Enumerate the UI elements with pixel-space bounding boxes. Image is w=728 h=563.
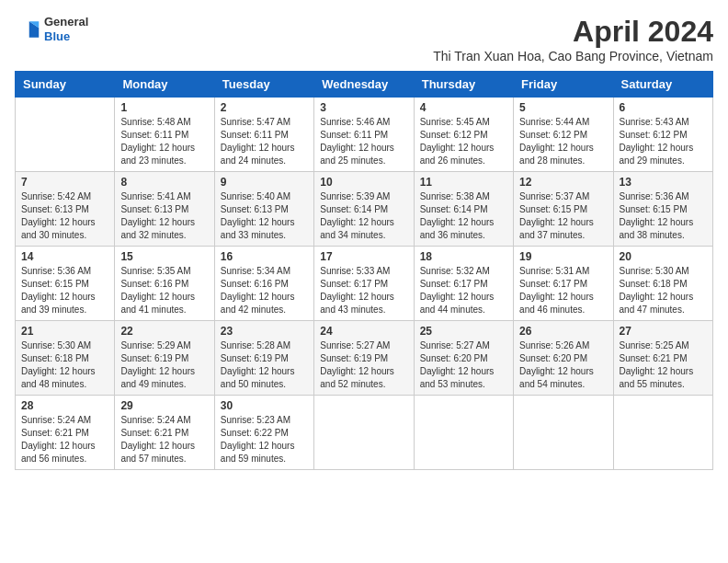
day-info: Sunrise: 5:48 AMSunset: 6:11 PMDaylight:…: [120, 116, 208, 167]
day-number: 6: [620, 101, 707, 114]
calendar-cell: 5Sunrise: 5:44 AMSunset: 6:12 PMDaylight…: [514, 98, 613, 172]
week-row-5: 28Sunrise: 5:24 AMSunset: 6:21 PMDayligh…: [16, 396, 713, 470]
day-info: Sunrise: 5:31 AMSunset: 6:17 PMDaylight:…: [519, 265, 607, 316]
calendar-cell: 16Sunrise: 5:34 AMSunset: 6:16 PMDayligh…: [214, 247, 313, 321]
calendar-title: April 2024: [433, 15, 713, 49]
calendar-cell: 3Sunrise: 5:46 AMSunset: 6:11 PMDaylight…: [314, 98, 414, 172]
day-number: 10: [320, 176, 407, 189]
title-section: April 2024 Thi Tran Xuan Hoa, Cao Bang P…: [433, 15, 713, 63]
calendar-cell: 14Sunrise: 5:36 AMSunset: 6:15 PMDayligh…: [16, 247, 115, 321]
calendar-cell: [514, 396, 613, 470]
day-info: Sunrise: 5:35 AMSunset: 6:16 PMDaylight:…: [120, 265, 208, 316]
calendar-cell: 2Sunrise: 5:47 AMSunset: 6:11 PMDaylight…: [214, 98, 313, 172]
day-info: Sunrise: 5:32 AMSunset: 6:17 PMDaylight:…: [420, 265, 507, 316]
day-info: Sunrise: 5:33 AMSunset: 6:17 PMDaylight:…: [320, 265, 407, 316]
calendar-body: 1Sunrise: 5:48 AMSunset: 6:11 PMDaylight…: [16, 98, 713, 470]
week-row-3: 14Sunrise: 5:36 AMSunset: 6:15 PMDayligh…: [16, 247, 713, 321]
calendar-cell: 9Sunrise: 5:40 AMSunset: 6:13 PMDaylight…: [214, 172, 313, 247]
day-info: Sunrise: 5:34 AMSunset: 6:16 PMDaylight:…: [221, 265, 308, 316]
weekday-header-sunday: Sunday: [16, 72, 115, 98]
day-number: 8: [120, 176, 208, 189]
day-number: 21: [21, 325, 108, 338]
calendar-cell: 22Sunrise: 5:29 AMSunset: 6:19 PMDayligh…: [115, 321, 214, 396]
day-number: 30: [221, 399, 308, 412]
day-number: 25: [420, 325, 507, 338]
day-info: Sunrise: 5:29 AMSunset: 6:19 PMDaylight:…: [120, 339, 208, 391]
weekday-header-thursday: Thursday: [414, 72, 513, 98]
day-info: Sunrise: 5:45 AMSunset: 6:12 PMDaylight:…: [420, 116, 507, 167]
calendar-cell: 23Sunrise: 5:28 AMSunset: 6:19 PMDayligh…: [214, 321, 313, 396]
calendar-cell: 28Sunrise: 5:24 AMSunset: 6:21 PMDayligh…: [16, 396, 115, 470]
day-number: 14: [21, 250, 108, 263]
calendar-cell: 18Sunrise: 5:32 AMSunset: 6:17 PMDayligh…: [414, 247, 513, 321]
weekday-header-tuesday: Tuesday: [214, 72, 313, 98]
day-info: Sunrise: 5:42 AMSunset: 6:13 PMDaylight:…: [21, 190, 108, 242]
calendar-cell: 19Sunrise: 5:31 AMSunset: 6:17 PMDayligh…: [514, 247, 613, 321]
day-number: 22: [120, 325, 208, 338]
day-info: Sunrise: 5:47 AMSunset: 6:11 PMDaylight:…: [221, 116, 308, 167]
calendar-cell: 30Sunrise: 5:23 AMSunset: 6:22 PMDayligh…: [214, 396, 313, 470]
day-info: Sunrise: 5:27 AMSunset: 6:20 PMDaylight:…: [420, 339, 507, 391]
calendar-cell: 10Sunrise: 5:39 AMSunset: 6:14 PMDayligh…: [314, 172, 414, 247]
weekday-header-saturday: Saturday: [613, 72, 712, 98]
day-number: 5: [519, 101, 607, 114]
day-number: 11: [420, 176, 507, 189]
calendar-cell: 26Sunrise: 5:26 AMSunset: 6:20 PMDayligh…: [514, 321, 613, 396]
day-info: Sunrise: 5:40 AMSunset: 6:13 PMDaylight:…: [221, 190, 308, 242]
day-info: Sunrise: 5:24 AMSunset: 6:21 PMDaylight:…: [21, 414, 108, 465]
day-info: Sunrise: 5:27 AMSunset: 6:19 PMDaylight:…: [320, 339, 407, 391]
calendar-cell: 11Sunrise: 5:38 AMSunset: 6:14 PMDayligh…: [414, 172, 513, 247]
calendar-cell: 29Sunrise: 5:24 AMSunset: 6:21 PMDayligh…: [115, 396, 214, 470]
weekday-row: SundayMondayTuesdayWednesdayThursdayFrid…: [16, 72, 713, 98]
day-number: 26: [519, 325, 607, 338]
weekday-header-friday: Friday: [514, 72, 613, 98]
day-info: Sunrise: 5:38 AMSunset: 6:14 PMDaylight:…: [420, 190, 507, 242]
day-info: Sunrise: 5:44 AMSunset: 6:12 PMDaylight:…: [519, 116, 607, 167]
logo-icon: [15, 17, 40, 42]
logo-blue: Blue: [44, 29, 88, 44]
calendar-cell: 12Sunrise: 5:37 AMSunset: 6:15 PMDayligh…: [514, 172, 613, 247]
day-number: 4: [420, 101, 507, 114]
day-number: 12: [519, 176, 607, 189]
day-info: Sunrise: 5:36 AMSunset: 6:15 PMDaylight:…: [21, 265, 108, 316]
weekday-header-monday: Monday: [115, 72, 214, 98]
calendar-cell: 4Sunrise: 5:45 AMSunset: 6:12 PMDaylight…: [414, 98, 513, 172]
calendar-cell: 7Sunrise: 5:42 AMSunset: 6:13 PMDaylight…: [16, 172, 115, 247]
day-number: 20: [620, 250, 707, 263]
calendar-cell: [16, 98, 115, 172]
calendar-cell: 25Sunrise: 5:27 AMSunset: 6:20 PMDayligh…: [414, 321, 513, 396]
calendar-cell: [613, 396, 712, 470]
day-number: 17: [320, 250, 407, 263]
day-number: 28: [21, 399, 108, 412]
day-number: 1: [120, 101, 208, 114]
day-info: Sunrise: 5:39 AMSunset: 6:14 PMDaylight:…: [320, 190, 407, 242]
calendar-header: SundayMondayTuesdayWednesdayThursdayFrid…: [16, 72, 713, 98]
calendar-cell: 1Sunrise: 5:48 AMSunset: 6:11 PMDaylight…: [115, 98, 214, 172]
day-number: 3: [320, 101, 407, 114]
weekday-header-wednesday: Wednesday: [314, 72, 414, 98]
day-info: Sunrise: 5:46 AMSunset: 6:11 PMDaylight:…: [320, 116, 407, 167]
day-number: 2: [221, 101, 308, 114]
calendar-cell: 13Sunrise: 5:36 AMSunset: 6:15 PMDayligh…: [613, 172, 712, 247]
calendar-cell: 20Sunrise: 5:30 AMSunset: 6:18 PMDayligh…: [613, 247, 712, 321]
calendar-table: SundayMondayTuesdayWednesdayThursdayFrid…: [15, 71, 713, 470]
day-number: 15: [120, 250, 208, 263]
calendar-subtitle: Thi Tran Xuan Hoa, Cao Bang Province, Vi…: [433, 49, 713, 63]
day-number: 19: [519, 250, 607, 263]
calendar-cell: 15Sunrise: 5:35 AMSunset: 6:16 PMDayligh…: [115, 247, 214, 321]
day-info: Sunrise: 5:26 AMSunset: 6:20 PMDaylight:…: [519, 339, 607, 391]
calendar-cell: 6Sunrise: 5:43 AMSunset: 6:12 PMDaylight…: [613, 98, 712, 172]
logo-general: General: [44, 15, 88, 29]
day-info: Sunrise: 5:25 AMSunset: 6:21 PMDaylight:…: [620, 339, 707, 391]
calendar-cell: 21Sunrise: 5:30 AMSunset: 6:18 PMDayligh…: [16, 321, 115, 396]
day-number: 29: [120, 399, 208, 412]
day-info: Sunrise: 5:30 AMSunset: 6:18 PMDaylight:…: [21, 339, 108, 391]
day-info: Sunrise: 5:36 AMSunset: 6:15 PMDaylight:…: [620, 190, 707, 242]
calendar-cell: 27Sunrise: 5:25 AMSunset: 6:21 PMDayligh…: [613, 321, 712, 396]
week-row-1: 1Sunrise: 5:48 AMSunset: 6:11 PMDaylight…: [16, 98, 713, 172]
day-info: Sunrise: 5:23 AMSunset: 6:22 PMDaylight:…: [221, 414, 308, 465]
day-info: Sunrise: 5:28 AMSunset: 6:19 PMDaylight:…: [221, 339, 308, 391]
calendar-cell: [314, 396, 414, 470]
day-number: 7: [21, 176, 108, 189]
calendar-cell: 17Sunrise: 5:33 AMSunset: 6:17 PMDayligh…: [314, 247, 414, 321]
